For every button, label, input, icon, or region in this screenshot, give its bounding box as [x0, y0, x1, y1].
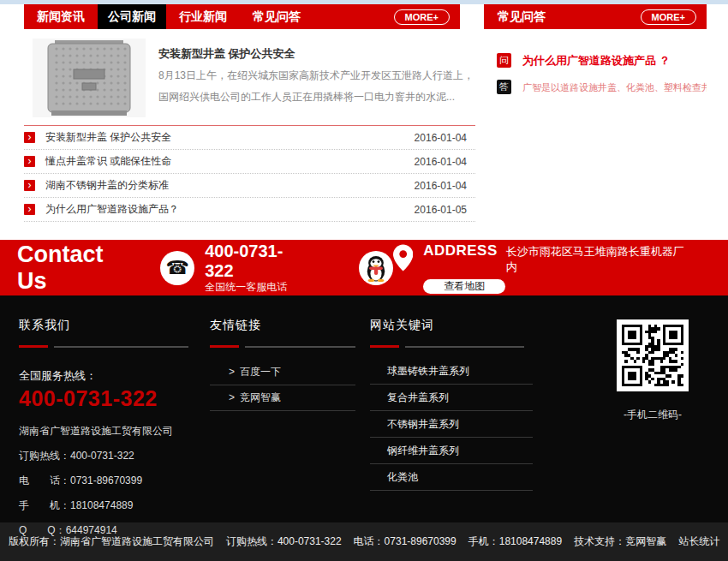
hotline-caption: 全国统一客服电话 — [205, 281, 309, 294]
tab-industry-news[interactable]: 行业新闻 — [166, 4, 240, 29]
news-more-button[interactable]: MORE+ — [394, 9, 450, 25]
faq-question-row: 问 为什么用广智道路设施产品 ？ — [484, 53, 707, 69]
contact-us-title: Contact Us — [17, 242, 136, 295]
footer: 联系我们 全国服务热线： 400-0731-322 湖南省广智道路设施工贸有限公… — [0, 295, 728, 522]
keywords-list: 球墨铸铁井盖系列 复合井盖系列 不锈钢井盖系列 钢纤维井盖系列 化粪池 — [370, 358, 533, 491]
hotline-number: 400-0731-322 — [205, 242, 309, 281]
qq-icon[interactable] — [359, 251, 393, 285]
order-hotline-text: 订购热线：400-0731-322 — [226, 534, 342, 549]
contact-line: 电 话：0731-89670399 — [19, 474, 210, 488]
arrow-bullet-icon: › — [24, 156, 35, 167]
news-item-title[interactable]: 湖南不锈钢井盖的分类标准 — [45, 178, 415, 193]
footer-keywords-column: 网站关键词 球墨铸铁井盖系列 复合井盖系列 不锈钢井盖系列 钢纤维井盖系列 化粪… — [370, 318, 541, 522]
tab-company-news[interactable]: 公司新闻 — [98, 4, 166, 29]
news-item-date: 2016-01-04 — [415, 156, 467, 168]
keyword-link[interactable]: 钢纤维井盖系列 — [370, 438, 533, 464]
address-block: ADDRESS 长沙市雨花区马王堆南路长重机器厂内 查看地图 — [393, 242, 689, 294]
support-link[interactable]: 竞网智赢 — [625, 534, 666, 549]
address-value: 长沙市雨花区马王堆南路长重机器厂内 — [506, 244, 689, 275]
keyword-link[interactable]: 复合井盖系列 — [370, 385, 533, 411]
hotline-block: 400-0731-322 全国统一客服电话 — [205, 242, 309, 294]
address-text-block: ADDRESS 长沙市雨花区马王堆南路长重机器厂内 查看地图 — [423, 242, 689, 294]
news-item-title[interactable]: 懂点井盖常识 或能保住性命 — [45, 154, 415, 169]
news-list-item[interactable]: › 懂点井盖常识 或能保住性命 2016-01-04 — [24, 150, 475, 174]
featured-excerpt: 8月13日上午，在绍兴城东国家高新技术产业开发区五泄路人行道上，国网绍兴供电公司… — [158, 65, 475, 108]
faq-panel-title: 常见问答 — [484, 4, 546, 29]
address-label: ADDRESS — [423, 242, 498, 260]
mobile-text: 手机：18108474889 — [468, 534, 562, 549]
news-tabs-bar: 新闻资讯 公司新闻 行业新闻 常见问答 MORE+ — [24, 4, 460, 29]
question-icon: 问 — [497, 53, 511, 68]
tab-news[interactable]: 新闻资讯 — [24, 4, 98, 29]
news-list-item[interactable]: › 为什么用广智道路设施产品？ 2016-01-05 — [24, 198, 475, 222]
footer-links-heading: 友情链接 — [210, 318, 370, 333]
friend-link-baidu[interactable]: >百度一下 — [210, 360, 355, 385]
news-column: 安装新型井盖 保护公共安全 8月13日上午，在绍兴城东国家高新技术产业开发区五泄… — [24, 29, 475, 222]
copyright-text: 版权所有：湖南省广智道路设施工贸有限公司 — [9, 534, 214, 549]
contact-line: 订购热线：400-0731-322 — [19, 449, 210, 463]
footer-keywords-heading: 网站关键词 — [370, 318, 541, 333]
answer-icon: 答 — [497, 80, 511, 94]
link-arrow-icon: > — [229, 391, 235, 403]
faq-panel: 问 为什么用广智道路设施产品 ？ 答 广智是以道路设施井盖、化粪池、塑料检查井.… — [484, 29, 707, 222]
friend-links-list: >百度一下 >竞网智赢 — [210, 360, 355, 411]
heading-underline — [210, 345, 355, 348]
contact-line: 手 机：18108474889 — [19, 498, 210, 513]
footer-qrcode-column: -手机二维码- — [617, 318, 689, 522]
arrow-bullet-icon: › — [24, 180, 35, 191]
phone-icon: ☎ — [160, 251, 194, 285]
tel-text: 电话：0731-89670399 — [354, 534, 456, 549]
footer-links-column: 友情链接 >百度一下 >竞网智赢 — [210, 318, 370, 522]
news-item-title[interactable]: 安装新型井盖 保护公共安全 — [45, 130, 415, 145]
qr-code-box — [617, 319, 689, 391]
faq-more-button[interactable]: MORE+ — [641, 9, 696, 25]
featured-meta: 安装新型井盖 保护公共安全 8月13日上午，在绍兴城东国家高新技术产业开发区五泄… — [158, 39, 475, 125]
keyword-link[interactable]: 球墨铸铁井盖系列 — [370, 358, 533, 385]
heading-underline — [370, 345, 524, 348]
section-headers: 新闻资讯 公司新闻 行业新闻 常见问答 MORE+ 常见问答 MORE+ — [24, 4, 707, 29]
footer-contact-heading: 联系我们 — [19, 318, 210, 333]
news-item-date: 2016-01-04 — [415, 180, 467, 192]
faq-question[interactable]: 为什么用广智道路设施产品 ？ — [522, 53, 671, 69]
friend-link-jingwang[interactable]: >竞网智赢 — [210, 385, 355, 411]
faq-header-bar: 常见问答 MORE+ — [484, 4, 707, 29]
keyword-link[interactable]: 不锈钢井盖系列 — [370, 411, 533, 438]
content-area: 新闻资讯 公司新闻 行业新闻 常见问答 MORE+ 常见问答 MORE+ — [24, 4, 707, 240]
news-list-item[interactable]: › 湖南不锈钢井盖的分类标准 2016-01-04 — [24, 174, 475, 198]
footer-contact-column: 联系我们 全国服务热线： 400-0731-322 湖南省广智道路设施工贸有限公… — [19, 318, 210, 522]
location-pin-icon — [393, 244, 413, 272]
news-list-item[interactable]: › 安装新型井盖 保护公共安全 2016-01-04 — [24, 126, 475, 150]
main-row: 安装新型井盖 保护公共安全 8月13日上午，在绍兴城东国家高新技术产业开发区五泄… — [24, 29, 707, 222]
faq-answer: 广智是以道路设施井盖、化粪池、塑料检查井... — [522, 80, 707, 95]
heading-underline — [19, 345, 188, 348]
site-stats-link[interactable]: 站长统计 — [678, 534, 719, 549]
faq-answer-row: 答 广智是以道路设施井盖、化粪池、塑料检查井... — [484, 80, 707, 95]
service-hotline-label: 全国服务热线： — [19, 368, 210, 384]
company-name: 湖南省广智道路设施工贸有限公司 — [19, 424, 210, 439]
page: 新闻资讯 公司新闻 行业新闻 常见问答 MORE+ 常见问答 MORE+ — [0, 0, 728, 561]
keyword-link[interactable]: 化粪池 — [370, 464, 533, 491]
news-item-title[interactable]: 为什么用广智道路设施产品？ — [45, 202, 415, 217]
link-arrow-icon: > — [229, 366, 235, 378]
arrow-bullet-icon: › — [24, 132, 35, 143]
view-map-button[interactable]: 查看地图 — [423, 279, 505, 294]
service-hotline-number: 400-0731-322 — [19, 386, 210, 411]
news-list: › 安装新型井盖 保护公共安全 2016-01-04 › 懂点井盖常识 或能保住… — [24, 126, 475, 222]
qr-code-label: -手机二维码- — [617, 408, 689, 422]
contact-bar: Contact Us ☎ 400-0731-322 全国统一客服电话 — [0, 240, 728, 295]
featured-article[interactable]: 安装新型井盖 保护公共安全 8月13日上午，在绍兴城东国家高新技术产业开发区五泄… — [24, 29, 475, 125]
news-item-date: 2016-01-04 — [415, 132, 467, 144]
arrow-bullet-icon: › — [24, 204, 35, 215]
featured-title[interactable]: 安装新型井盖 保护公共安全 — [158, 46, 475, 62]
tab-faq[interactable]: 常见问答 — [240, 4, 313, 29]
manhole-cover-image — [33, 39, 146, 117]
qr-code — [622, 325, 683, 386]
support-label: 技术支持： — [574, 534, 625, 549]
news-item-date: 2016-01-05 — [415, 204, 467, 216]
